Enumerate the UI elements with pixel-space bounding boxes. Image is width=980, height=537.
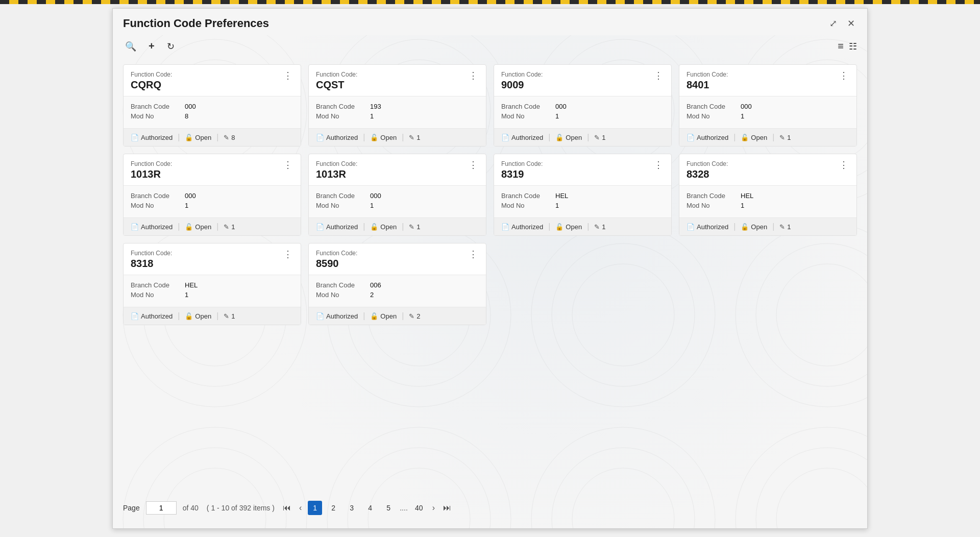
window-title: Function Code Preferences: [123, 17, 269, 30]
card-7: Function Code: 8328 ⋮ Branch Code HEL Mo…: [679, 154, 857, 236]
status-label-7: Authorized: [697, 223, 728, 231]
window: Function Code Preferences ⤢ ✕ 🔍 + ↻ ≡ ☷: [112, 8, 868, 529]
status-item-4: 📄 Authorized: [131, 223, 173, 231]
mod-no-value-7: 1: [741, 202, 744, 209]
mod-no-value-0: 8: [185, 112, 188, 120]
refresh-button[interactable]: ↻: [165, 39, 177, 54]
branch-code-row-3: Branch Code 000: [687, 103, 849, 110]
card-body-7: Branch Code HEL Mod No 1: [679, 186, 856, 217]
sep1-3: |: [733, 133, 736, 142]
page-5-button[interactable]: 5: [381, 501, 396, 515]
count-item-9: ✎ 2: [409, 312, 420, 320]
search-button[interactable]: 🔍: [123, 39, 138, 54]
card-footer-4: 📄 Authorized | 🔓 Open | ✎ 1: [124, 217, 301, 235]
card-menu-button-8[interactable]: ⋮: [282, 250, 293, 259]
card-menu-button-5[interactable]: ⋮: [468, 160, 479, 169]
toolbar-left: 🔍 + ↻: [123, 38, 177, 54]
status-item-3: 📄 Authorized: [687, 134, 728, 141]
expand-button[interactable]: ⤢: [827, 17, 839, 30]
page-1-button[interactable]: 1: [308, 501, 322, 515]
next-page-button[interactable]: ›: [430, 502, 437, 514]
lock-item-8: 🔓 Open: [185, 312, 211, 320]
lock-icon-9: 🔓: [370, 312, 378, 320]
sep2-4: |: [216, 222, 218, 231]
lock-item-6: 🔓 Open: [555, 223, 582, 231]
status-item-0: 📄 Authorized: [131, 134, 173, 141]
lock-icon-7: 🔓: [741, 223, 749, 231]
grid-view-icon: ☷: [849, 41, 857, 52]
authorized-icon-6: 📄: [501, 223, 509, 231]
toolbar-right: ≡ ☷: [838, 40, 857, 52]
add-button[interactable]: +: [146, 38, 157, 54]
mod-no-row-1: Mod No 1: [316, 112, 479, 120]
branch-code-value-4: 000: [185, 192, 196, 200]
status-label-5: Authorized: [326, 223, 358, 231]
page-2-button[interactable]: 2: [326, 501, 340, 515]
close-button[interactable]: ✕: [845, 17, 857, 30]
branch-code-value-3: 000: [741, 103, 752, 110]
card-body-3: Branch Code 000 Mod No 1: [679, 96, 856, 128]
card-menu-button-1[interactable]: ⋮: [468, 71, 479, 80]
card-header-left-0: Function Code: CQRQ: [131, 71, 172, 91]
prev-page-button[interactable]: ‹: [297, 502, 304, 514]
mod-no-label-3: Mod No: [687, 112, 732, 120]
mod-no-row-5: Mod No 1: [316, 202, 479, 209]
status-label-6: Authorized: [511, 223, 543, 231]
branch-code-row-6: Branch Code HEL: [501, 192, 664, 200]
range-info: ( 1 - 10 of 392 items ): [207, 504, 275, 512]
mod-no-value-5: 1: [370, 202, 374, 209]
status-item-1: 📄 Authorized: [316, 134, 358, 141]
card-menu-button-9[interactable]: ⋮: [468, 250, 479, 259]
sep2-1: |: [402, 133, 404, 142]
branch-code-value-9: 006: [370, 281, 381, 289]
last-page-button[interactable]: ⏭: [441, 502, 453, 514]
edit-icon-1: ✎: [409, 134, 414, 141]
card-menu-button-0[interactable]: ⋮: [282, 71, 293, 80]
card-footer-2: 📄 Authorized | 🔓 Open | ✎ 1: [494, 128, 671, 146]
branch-code-label-2: Branch Code: [501, 103, 547, 110]
lock-label-9: Open: [380, 312, 397, 320]
count-item-5: ✎ 1: [409, 223, 420, 231]
card-body-5: Branch Code 000 Mod No 1: [309, 186, 486, 217]
card-label-5: Function Code:: [316, 160, 357, 167]
edit-icon-4: ✎: [224, 223, 229, 231]
authorized-icon-2: 📄: [501, 134, 509, 141]
sep2-7: |: [772, 222, 774, 231]
authorized-icon-4: 📄: [131, 223, 139, 231]
card-code-3: 8401: [687, 79, 728, 91]
first-page-button[interactable]: ⏮: [281, 502, 293, 514]
list-view-button[interactable]: ≡: [838, 40, 844, 52]
card-menu-button-7[interactable]: ⋮: [838, 160, 849, 169]
card-menu-button-4[interactable]: ⋮: [282, 160, 293, 169]
status-item-8: 📄 Authorized: [131, 312, 173, 320]
lock-icon-3: 🔓: [741, 134, 749, 141]
mod-no-row-7: Mod No 1: [687, 202, 849, 209]
status-item-9: 📄 Authorized: [316, 312, 358, 320]
card-label-0: Function Code:: [131, 71, 172, 78]
mod-no-label-8: Mod No: [131, 291, 177, 299]
branch-code-value-2: 000: [555, 103, 567, 110]
toolbar: 🔍 + ↻ ≡ ☷: [113, 35, 867, 59]
card-menu-button-6[interactable]: ⋮: [653, 160, 664, 169]
status-label-3: Authorized: [697, 134, 728, 141]
page-40-button[interactable]: 40: [412, 501, 426, 515]
lock-icon-6: 🔓: [555, 223, 564, 231]
card-body-1: Branch Code 193 Mod No 1: [309, 96, 486, 128]
lock-label-8: Open: [195, 312, 211, 320]
card-5: Function Code: 1013R ⋮ Branch Code 000 M…: [308, 154, 486, 236]
page-4-button[interactable]: 4: [363, 501, 377, 515]
card-footer-5: 📄 Authorized | 🔓 Open | ✎ 1: [309, 217, 486, 235]
card-code-1: CQST: [316, 79, 357, 91]
card-9: Function Code: 8590 ⋮ Branch Code 006 Mo…: [308, 243, 486, 325]
page-input[interactable]: [146, 501, 177, 515]
card-menu-button-3[interactable]: ⋮: [838, 71, 849, 80]
grid-view-button[interactable]: ☷: [849, 40, 857, 52]
lock-icon-2: 🔓: [555, 134, 564, 141]
page-3-button[interactable]: 3: [345, 501, 359, 515]
mod-no-label-2: Mod No: [501, 112, 547, 120]
authorized-icon-0: 📄: [131, 134, 139, 141]
count-item-4: ✎ 1: [224, 223, 235, 231]
card-menu-button-2[interactable]: ⋮: [653, 71, 664, 80]
branch-code-row-9: Branch Code 006: [316, 281, 479, 289]
card-header-left-4: Function Code: 1013R: [131, 160, 172, 180]
